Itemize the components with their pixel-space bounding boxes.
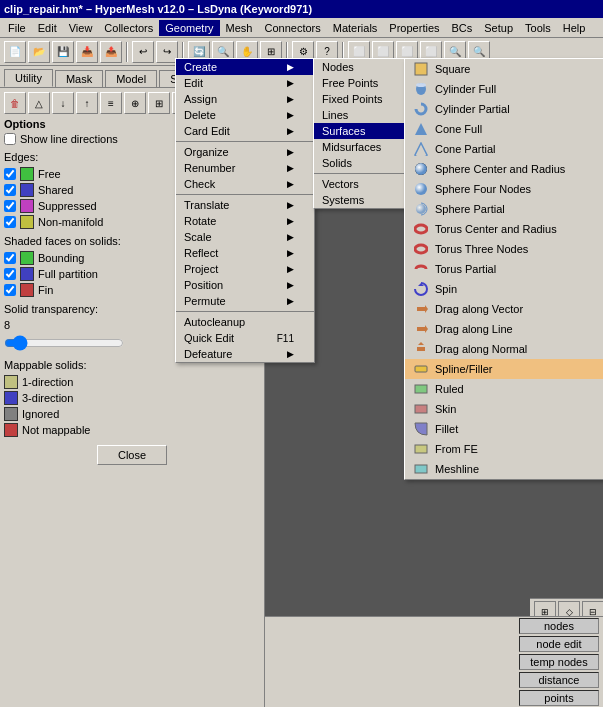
surface-cylinder-full[interactable]: Cylinder Full bbox=[405, 79, 603, 99]
icon-delete[interactable]: 🗑 bbox=[4, 92, 26, 114]
geometry-edit[interactable]: Edit ▶ bbox=[176, 75, 314, 91]
menu-materials[interactable]: Materials bbox=[327, 20, 384, 36]
edge-shared-checkbox[interactable] bbox=[4, 184, 16, 196]
geometry-scale[interactable]: Scale ▶ bbox=[176, 229, 314, 245]
edge-free-color bbox=[20, 167, 34, 181]
geometry-card-edit[interactable]: Card Edit ▶ bbox=[176, 123, 314, 139]
menu-geometry[interactable]: Geometry bbox=[159, 20, 219, 36]
menu-file[interactable]: File bbox=[2, 20, 32, 36]
svg-rect-18 bbox=[415, 385, 427, 393]
surface-cone-partial[interactable]: Cone Partial bbox=[405, 139, 603, 159]
geometry-create[interactable]: Create ▶ bbox=[176, 59, 314, 75]
surface-skin[interactable]: Skin bbox=[405, 399, 603, 419]
surface-torus-three-nodes[interactable]: Torus Three Nodes bbox=[405, 239, 603, 259]
toolbar-import[interactable]: 📥 bbox=[76, 41, 98, 63]
surface-from-fe-label: From FE bbox=[435, 443, 478, 455]
geometry-position[interactable]: Position ▶ bbox=[176, 277, 314, 293]
surface-from-fe[interactable]: From FE bbox=[405, 439, 603, 459]
toolbar-undo[interactable]: ↩ bbox=[132, 41, 154, 63]
geometry-renumber[interactable]: Renumber ▶ bbox=[176, 160, 314, 176]
surface-meshline[interactable]: Meshline bbox=[405, 459, 603, 479]
surface-drag-vector[interactable]: Drag along Vector bbox=[405, 299, 603, 319]
status-nodes[interactable]: nodes bbox=[519, 618, 599, 634]
menu-bcs[interactable]: BCs bbox=[446, 20, 479, 36]
surface-drag-line-label: Drag along Line bbox=[435, 323, 513, 335]
shaded-full-checkbox[interactable] bbox=[4, 268, 16, 280]
surface-torus-partial[interactable]: Torus Partial bbox=[405, 259, 603, 279]
status-points[interactable]: points bbox=[519, 690, 599, 706]
geometry-autocleanup[interactable]: Autocleanup bbox=[176, 314, 314, 330]
status-bar: nodes node edit temp nodes distance poin… bbox=[265, 616, 603, 707]
geometry-permute[interactable]: Permute ▶ bbox=[176, 293, 314, 309]
edge-suppressed-checkbox[interactable] bbox=[4, 200, 16, 212]
edge-free-checkbox[interactable] bbox=[4, 168, 16, 180]
surface-ruled[interactable]: Ruled bbox=[405, 379, 603, 399]
svg-marker-14 bbox=[425, 325, 428, 333]
geometry-defeature[interactable]: Defeature ▶ bbox=[176, 346, 314, 362]
status-distance[interactable]: distance bbox=[519, 672, 599, 688]
geometry-translate[interactable]: Translate ▶ bbox=[176, 197, 314, 213]
edge-nonmanifold-checkbox[interactable] bbox=[4, 216, 16, 228]
menu-setup[interactable]: Setup bbox=[478, 20, 519, 36]
cylinder-partial-icon bbox=[413, 101, 429, 117]
menu-edit[interactable]: Edit bbox=[32, 20, 63, 36]
shaded-bounding-checkbox[interactable] bbox=[4, 252, 16, 264]
surface-drag-line[interactable]: Drag along Line bbox=[405, 319, 603, 339]
surface-sphere-partial[interactable]: Sphere Partial bbox=[405, 199, 603, 219]
mappable-ignored-color bbox=[4, 407, 18, 421]
tab-utility[interactable]: Utility bbox=[4, 69, 53, 87]
icon-arrow-down[interactable]: ↑ bbox=[76, 92, 98, 114]
surface-spline-filler[interactable]: Spline/Filler bbox=[405, 359, 603, 379]
geometry-rotate[interactable]: Rotate ▶ bbox=[176, 213, 314, 229]
status-temp-nodes[interactable]: temp nodes bbox=[519, 654, 599, 670]
surface-sphere-center-radius[interactable]: Sphere Center and Radius bbox=[405, 159, 603, 179]
arrow-icon: ▶ bbox=[287, 280, 294, 290]
icon-cross[interactable]: ⊕ bbox=[124, 92, 146, 114]
square-icon bbox=[413, 61, 429, 77]
status-node-edit[interactable]: node edit bbox=[519, 636, 599, 652]
surface-meshline-label: Meshline bbox=[435, 463, 479, 475]
icon-lines[interactable]: ≡ bbox=[100, 92, 122, 114]
menu-connectors[interactable]: Connectors bbox=[258, 20, 326, 36]
toolbar-new[interactable]: 📄 bbox=[4, 41, 26, 63]
transparency-slider[interactable] bbox=[4, 335, 124, 351]
close-button[interactable]: Close bbox=[97, 445, 167, 465]
svg-rect-13 bbox=[417, 327, 425, 331]
tab-model[interactable]: Model bbox=[105, 70, 157, 87]
menu-properties[interactable]: Properties bbox=[383, 20, 445, 36]
menu-help[interactable]: Help bbox=[557, 20, 592, 36]
menu-collectors[interactable]: Collectors bbox=[98, 20, 159, 36]
toolbar-sep1 bbox=[126, 42, 128, 62]
surface-spin[interactable]: Spin bbox=[405, 279, 603, 299]
surface-cone-full[interactable]: Cone Full bbox=[405, 119, 603, 139]
surface-cylinder-partial[interactable]: Cylinder Partial bbox=[405, 99, 603, 119]
skin-icon bbox=[413, 401, 429, 417]
surface-drag-normal[interactable]: Drag along Normal bbox=[405, 339, 603, 359]
geometry-quick-edit[interactable]: Quick Edit F11 bbox=[176, 330, 314, 346]
menu-view[interactable]: View bbox=[63, 20, 99, 36]
icon-mesh[interactable]: ⊞ bbox=[148, 92, 170, 114]
geometry-menu: Create ▶ Edit ▶ Assign ▶ Delete ▶ Card E… bbox=[175, 58, 315, 363]
geometry-delete[interactable]: Delete ▶ bbox=[176, 107, 314, 123]
toolbar-open[interactable]: 📂 bbox=[28, 41, 50, 63]
svg-rect-20 bbox=[415, 445, 427, 453]
toolbar-save[interactable]: 💾 bbox=[52, 41, 74, 63]
surface-torus-center-radius[interactable]: Torus Center and Radius bbox=[405, 219, 603, 239]
menu-mesh[interactable]: Mesh bbox=[220, 20, 259, 36]
surface-square[interactable]: Square bbox=[405, 59, 603, 79]
geometry-check[interactable]: Check ▶ bbox=[176, 176, 314, 192]
geometry-organize[interactable]: Organize ▶ bbox=[176, 144, 314, 160]
toolbar-export[interactable]: 📤 bbox=[100, 41, 122, 63]
geometry-project[interactable]: Project ▶ bbox=[176, 261, 314, 277]
surface-sphere-four-nodes[interactable]: Sphere Four Nodes bbox=[405, 179, 603, 199]
geometry-assign[interactable]: Assign ▶ bbox=[176, 91, 314, 107]
show-line-directions-checkbox[interactable] bbox=[4, 133, 16, 145]
shaded-fin-checkbox[interactable] bbox=[4, 284, 16, 296]
tab-mask[interactable]: Mask bbox=[55, 70, 103, 87]
icon-arrow-up[interactable]: ↓ bbox=[52, 92, 74, 114]
surface-fillet[interactable]: Fillet bbox=[405, 419, 603, 439]
surface-sphere-center-radius-label: Sphere Center and Radius bbox=[435, 163, 565, 175]
icon-triangle[interactable]: △ bbox=[28, 92, 50, 114]
menu-tools[interactable]: Tools bbox=[519, 20, 557, 36]
geometry-reflect[interactable]: Reflect ▶ bbox=[176, 245, 314, 261]
